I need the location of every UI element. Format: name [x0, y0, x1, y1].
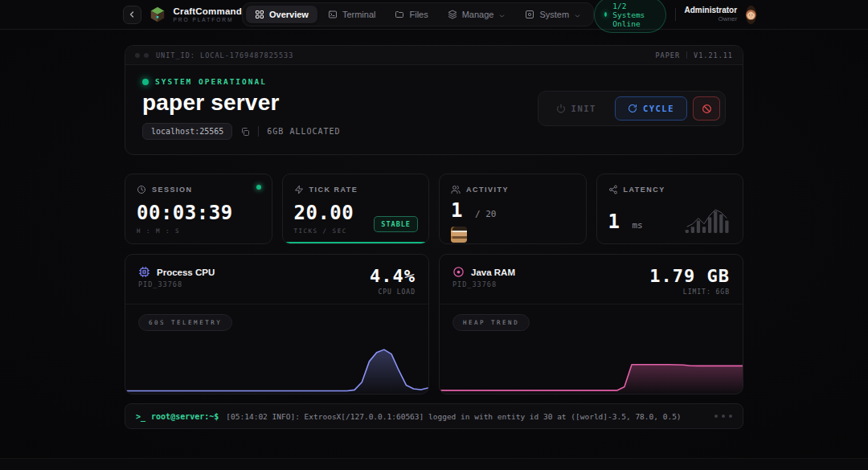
cpu-chart-title: Process CPU: [157, 268, 215, 277]
top-navbar: CraftCommand PRO PLATFORM Overview Termi…: [0, 0, 868, 30]
server-address[interactable]: localhost:25565: [142, 123, 232, 140]
unit-titlebar: UNIT_ID: LOCAL-1769487825533 PAPER V1.21…: [125, 46, 743, 65]
cycle-button[interactable]: CYCLE: [615, 96, 687, 121]
latency-unit: ms: [632, 220, 642, 231]
latency-card: LATENCY 1 ms: [596, 174, 744, 244]
terminal-prompt-user: root@server:~$: [151, 412, 219, 421]
brand-tagline: PRO PLATFORM: [174, 17, 242, 22]
terminal-dots-icon: [714, 415, 732, 418]
session-value: 00:03:39: [137, 202, 260, 224]
cpu-icon: [138, 266, 150, 278]
refresh-icon: [628, 104, 637, 113]
power-icon: [556, 104, 566, 113]
cpu-pid: PID_33768: [138, 280, 215, 288]
chevron-down-icon: [498, 11, 506, 18]
cpu-value: 4.4%: [370, 266, 416, 286]
session-unit: H : M : S: [137, 227, 260, 235]
user-name: Administrator: [685, 6, 738, 16]
session-card: SESSION 00:03:39 H : M : S: [125, 174, 272, 244]
unit-id: UNIT_ID: LOCAL-1769487825533: [156, 51, 293, 59]
status-dot-icon: [142, 79, 149, 85]
server-header-card: UNIT_ID: LOCAL-1769487825533 PAPER V1.21…: [125, 45, 743, 155]
ram-line-chart: [440, 329, 743, 394]
tab-label: Manage: [462, 10, 494, 19]
window-dot-icon: [135, 53, 140, 58]
grid-icon: [255, 10, 264, 19]
ram-chart-title: Java RAM: [471, 268, 515, 277]
activity-card: ACTIVITY 1 / 20: [439, 174, 587, 244]
tab-overview[interactable]: Overview: [246, 6, 317, 23]
session-label: SESSION: [152, 186, 193, 194]
terminal-log-line: [05:14:02 INFO]: ExtroosX[/127.0.0.1:605…: [226, 412, 707, 421]
latency-sparkline: [685, 206, 731, 233]
terminal-prompt-icon: >_: [136, 412, 145, 421]
tab-system[interactable]: System: [516, 6, 590, 23]
tick-health-bar: [283, 242, 429, 243]
cpu-telemetry-badge: 60S TELEMETRY: [138, 314, 232, 331]
craftcommand-logo-icon: [149, 6, 166, 23]
users-icon: [451, 185, 461, 194]
chevron-down-icon: [574, 11, 581, 18]
zap-icon: [294, 185, 304, 194]
server-status: SYSTEM OPERATIONAL: [155, 77, 267, 86]
window-dot-icon: [144, 53, 149, 58]
folder-icon: [395, 10, 404, 19]
divider: [258, 126, 259, 137]
page-footer: [0, 458, 868, 470]
server-actions: INIT CYCLE: [538, 91, 726, 126]
ram-chart-card: Java RAM PID_33768 1.79 GB LIMIT: 6GB HE…: [439, 254, 743, 394]
ram-pid: PID_33768: [452, 280, 515, 288]
ram-heap-badge: HEAP TREND: [452, 314, 530, 331]
terminal-icon: [328, 10, 338, 19]
server-version: V1.21.11: [694, 51, 733, 59]
players-online: 1: [451, 199, 463, 222]
server-name: paper server: [142, 90, 341, 116]
init-button[interactable]: INIT: [543, 96, 609, 121]
divider: [686, 51, 687, 59]
server-software: PAPER: [655, 51, 680, 59]
chevron-left-icon: [127, 10, 137, 19]
memory-allocation: 6GB ALLOCATED: [267, 127, 340, 136]
user-role: Owner: [685, 15, 738, 23]
live-dot-icon: [256, 185, 261, 190]
player-head-avatar[interactable]: [451, 227, 467, 243]
cpu-chart-card: Process CPU PID_33768 4.4% CPU LOAD 60S …: [125, 254, 429, 394]
systems-online-badge[interactable]: 1/2 Systems Online: [594, 0, 666, 33]
disc-icon: [452, 266, 465, 278]
systems-online-label: 1/2 Systems Online: [612, 2, 656, 28]
tick-rate-label: TICK RATE: [309, 186, 358, 194]
brand-name: CraftCommand: [174, 6, 242, 16]
init-label: INIT: [571, 104, 596, 113]
stop-button[interactable]: [693, 96, 720, 121]
tab-label: Terminal: [342, 10, 376, 19]
tick-rate-card: TICK RATE 20.00 TICKS / SEC STABLE: [282, 174, 430, 244]
tab-label: System: [539, 10, 569, 19]
back-button[interactable]: [123, 6, 141, 24]
latency-label: LATENCY: [624, 186, 665, 194]
main-tabbar: Overview Terminal Files Manage: [242, 2, 594, 27]
ban-icon: [702, 104, 712, 114]
latency-value: 1: [608, 210, 620, 233]
copy-icon[interactable]: [240, 127, 250, 137]
divider: [675, 8, 676, 21]
tab-files[interactable]: Files: [386, 6, 436, 23]
terminal-preview-bar[interactable]: >_ root@server:~$ [05:14:02 INFO]: Extro…: [125, 403, 743, 429]
stable-badge: STABLE: [374, 216, 418, 232]
ram-sublabel: LIMIT: 6GB: [649, 288, 730, 296]
players-max: / 20: [475, 209, 497, 219]
tab-label: Files: [409, 10, 428, 19]
system-box-icon: [525, 10, 534, 19]
cpu-line-chart: [125, 329, 428, 394]
tab-manage[interactable]: Manage: [439, 6, 515, 23]
tab-label: Overview: [269, 10, 309, 19]
cpu-sublabel: CPU LOAD: [370, 288, 416, 296]
online-dot-icon: [604, 12, 607, 17]
tab-terminal[interactable]: Terminal: [319, 6, 385, 23]
layers-icon: [448, 10, 457, 19]
activity-label: ACTIVITY: [466, 186, 509, 194]
ram-value: 1.79 GB: [649, 266, 730, 286]
clock-icon: [137, 185, 146, 194]
network-icon: [608, 185, 618, 194]
cycle-label: CYCLE: [643, 104, 674, 113]
user-avatar[interactable]: [746, 6, 756, 24]
